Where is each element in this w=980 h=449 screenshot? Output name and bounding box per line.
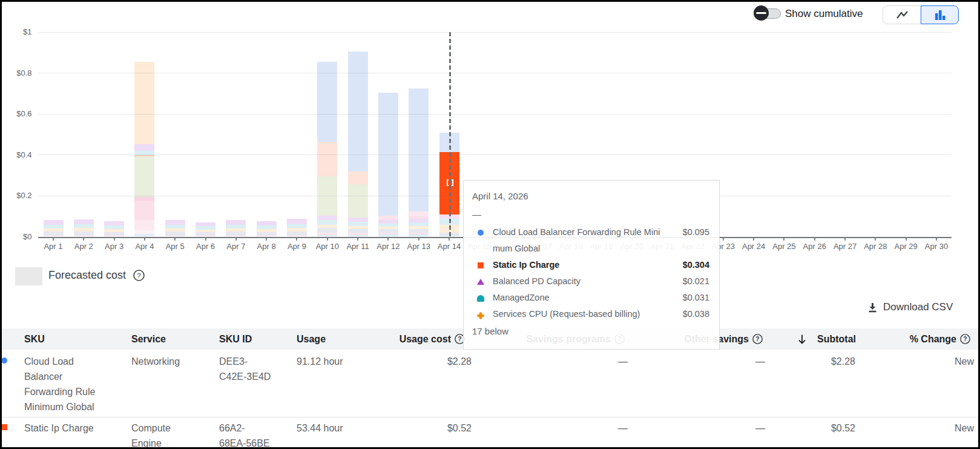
- column-header-skuid[interactable]: SKU ID: [219, 328, 252, 350]
- x-axis-label: Apr 8: [251, 242, 281, 251]
- square-series-icon: [477, 262, 484, 268]
- column-header-usage[interactable]: Usage: [297, 328, 326, 350]
- bar-apr-9[interactable]: [287, 219, 307, 236]
- hover-point-marker: [447, 179, 453, 186]
- bar-segment: [134, 155, 154, 156]
- x-axis-tick: [936, 238, 937, 241]
- x-axis-label: Apr 5: [160, 242, 190, 251]
- x-axis-tick: [357, 238, 358, 241]
- tooltip-row: ManagedZone$0.031: [472, 290, 709, 306]
- x-axis-label: Apr 30: [921, 242, 952, 251]
- right-bracket: [452, 179, 453, 186]
- arch-series-icon: [477, 295, 484, 302]
- x-axis-tick: [844, 238, 846, 241]
- svg-text:?: ?: [755, 336, 759, 342]
- bar-apr-3[interactable]: [104, 221, 124, 236]
- forecasted-cost-swatch: [15, 267, 42, 285]
- cell-other: —: [755, 354, 765, 369]
- bar-segment: [409, 216, 429, 219]
- tooltip-row-label: Balanced PD Capacity: [493, 273, 663, 290]
- bar-segment: [257, 229, 277, 232]
- cell-savings: —: [618, 354, 628, 369]
- cell-service: Networking: [131, 354, 189, 369]
- bar-apr-13[interactable]: [409, 88, 429, 237]
- bar-segment: [44, 220, 64, 224]
- bar-apr-5[interactable]: [165, 220, 185, 236]
- bar-segment: [348, 171, 368, 184]
- column-header-change[interactable]: % Change?: [910, 328, 970, 350]
- bar-segment: [104, 229, 124, 232]
- gridline: [38, 114, 952, 115]
- bar-segment: [44, 228, 64, 231]
- tooltip-row-label: Static Ip Charge: [493, 257, 663, 273]
- x-axis-tick: [235, 238, 237, 241]
- column-header-subtotal[interactable]: Subtotal: [797, 328, 856, 350]
- billing-cost-chart-page: { "colors": { "accent_blue": "#1a73e8", …: [0, 0, 980, 449]
- x-axis-tick: [327, 238, 328, 241]
- cell-other: —: [755, 421, 765, 436]
- tooltip-row: Cloud Load Balancer Forwarding Rule Mini…: [472, 224, 709, 257]
- bar-apr-1[interactable]: [44, 220, 64, 236]
- bar-segment: [409, 222, 429, 226]
- cell-cost: $2.28: [447, 354, 472, 369]
- x-axis-tick: [205, 238, 206, 241]
- help-icon[interactable]: ?: [960, 334, 970, 344]
- cell-skuid: 66A2-68EA-56BE: [219, 421, 271, 449]
- tooltip-row-label: Cloud Load Balancer Forwarding Rule Mini…: [493, 224, 663, 257]
- bar-segment: [134, 156, 154, 197]
- tooltip-dash: —: [472, 208, 709, 221]
- gridline: [38, 32, 952, 33]
- bar-segment: [196, 226, 215, 229]
- bar-segment: [287, 219, 307, 224]
- x-axis-label: Apr 28: [860, 242, 890, 251]
- column-header-sku[interactable]: SKU: [24, 328, 45, 350]
- svg-text:?: ?: [458, 336, 461, 342]
- bar-segment: [287, 228, 307, 231]
- hover-dashed-line: [449, 32, 451, 237]
- gridline: [38, 73, 952, 73]
- x-axis-label: Apr 9: [281, 242, 312, 251]
- bar-apr-8[interactable]: [257, 221, 277, 237]
- sort-descending-icon: [797, 334, 807, 345]
- bar-apr-11[interactable]: [348, 52, 368, 236]
- bar-segment: [317, 225, 337, 228]
- forecasted-cost-help-icon[interactable]: ?: [133, 270, 145, 281]
- x-axis-tick: [723, 238, 724, 241]
- x-axis-label: Apr 27: [830, 242, 860, 251]
- tooltip-row-value: $0.304: [683, 257, 709, 273]
- bar-apr-7[interactable]: [226, 220, 246, 236]
- y-axis-label: $0.2: [2, 191, 32, 200]
- table-row-divider: [2, 417, 978, 417]
- series-shape-triangle: [477, 279, 484, 285]
- x-axis-label: Apr 25: [769, 242, 799, 251]
- bar-apr-4[interactable]: [134, 62, 154, 237]
- bar-segment: [196, 230, 215, 233]
- bar-segment: [378, 220, 398, 224]
- download-csv-button[interactable]: Download CSV: [867, 301, 953, 313]
- bar-segment: [134, 62, 154, 145]
- help-icon[interactable]: ?: [752, 334, 763, 344]
- bar-apr-6[interactable]: [196, 222, 215, 237]
- bar-segment: [348, 218, 368, 222]
- bar-segment: [287, 224, 307, 228]
- bar-segment: [348, 233, 368, 235]
- bar-segment: [317, 142, 337, 176]
- bar-segment: [409, 233, 429, 234]
- series-shape-square: [478, 262, 484, 268]
- bar-apr-2[interactable]: [74, 219, 94, 237]
- row-series-marker: [1, 358, 7, 364]
- svg-text:?: ?: [137, 272, 140, 279]
- bar-segment: [134, 144, 154, 150]
- x-axis-label: Apr 24: [738, 242, 769, 251]
- bar-apr-10[interactable]: [317, 62, 337, 237]
- bar-segment: [165, 220, 185, 224]
- bar-segment: [104, 225, 124, 229]
- forecasted-cost-label: Forecasted cost: [48, 269, 126, 282]
- column-header-service[interactable]: Service: [131, 328, 166, 350]
- column-header-cost[interactable]: Usage cost?: [400, 328, 465, 350]
- bar-segment: [378, 216, 398, 220]
- bar-segment: [409, 229, 429, 233]
- circle-series-icon: [477, 230, 484, 236]
- x-axis-label: Apr 10: [312, 242, 343, 251]
- y-axis-label: $0.6: [2, 109, 32, 118]
